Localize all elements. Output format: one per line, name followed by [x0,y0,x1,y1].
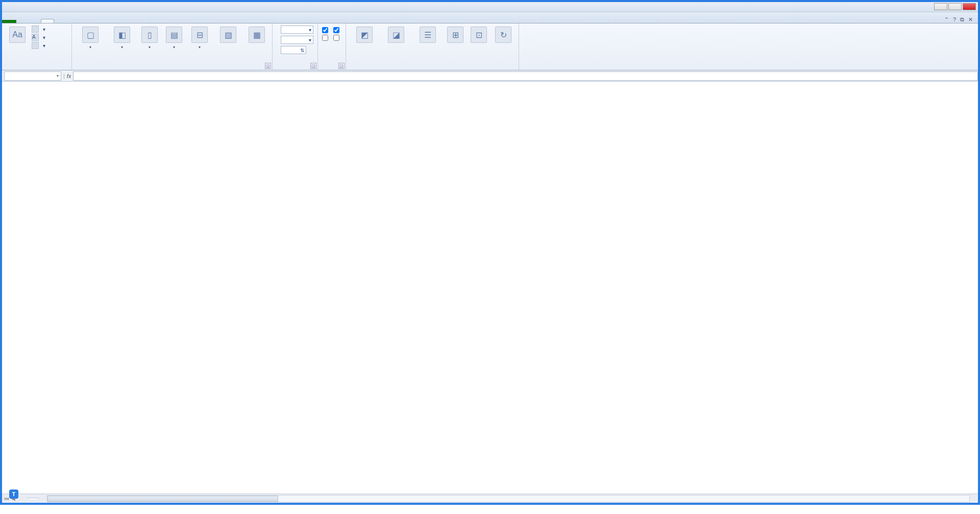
page-setup-dialog-launcher[interactable]: ◲ [265,63,271,69]
fonts-icon: A [32,34,39,41]
watermark: T [9,489,21,499]
formula-input[interactable] [73,71,978,81]
minimize-ribbon-icon[interactable]: ⌃ [944,16,949,23]
help-icon[interactable]: ? [953,16,956,23]
tab-page-layout[interactable] [41,19,54,23]
orientation-button[interactable]: ◧▾ [108,26,136,51]
sheet-tab[interactable] [28,498,39,499]
close-button[interactable] [963,3,976,10]
selection-pane-icon: ☰ [420,27,436,43]
effects-button[interactable]: ▾ [32,42,67,49]
themes-button[interactable]: Aa [6,26,29,45]
group-page-setup: ▢▾ ◧▾ ▯▾ ▤▾ ⊟▾ ▧ ▦ ◲ [72,23,273,70]
restore-window-icon[interactable]: ⧉ [960,16,964,23]
gridlines-print-checkbox[interactable] [322,35,330,41]
group-arrange-label [350,68,514,70]
spreadsheet-grid[interactable] [2,82,978,503]
rotate-button[interactable]: ↻ [492,26,514,45]
rotate-icon: ↻ [495,27,511,43]
print-area-button[interactable]: ▤▾ [163,26,185,51]
send-backward-button[interactable]: ◪ [382,26,410,45]
breaks-button[interactable]: ⊟▾ [188,26,211,51]
size-icon: ▯ [141,27,158,43]
group-icon: ⊡ [471,27,487,43]
group-scale-label [277,68,313,70]
close-workbook-icon[interactable]: ✕ [968,16,973,23]
sheet-options-dialog-launcher[interactable]: ◲ [338,63,345,69]
ribbon-tabs: ⌃ ? ⧉ ✕ [2,12,978,23]
fonts-button[interactable]: A ▾ [32,34,67,41]
print-area-icon: ▤ [166,27,182,43]
send-backward-icon: ◪ [388,27,404,43]
headings-view-checkbox[interactable] [333,27,341,33]
scale-spinner[interactable]: ⇅ [281,46,306,54]
print-titles-button[interactable]: ▦ [246,26,268,45]
breaks-icon: ⊟ [191,27,208,43]
horizontal-scrollbar[interactable] [47,495,970,502]
tab-insert[interactable] [29,20,41,23]
bring-forward-button[interactable]: ◩ [350,26,379,45]
headings-print-checkbox[interactable] [333,35,341,41]
width-combo[interactable]: ▾ [281,26,313,34]
tab-formulas[interactable] [54,20,66,23]
minimize-button[interactable] [934,3,947,10]
align-icon: ⊞ [447,27,463,43]
colors-button[interactable]: ▾ [32,26,67,33]
group-themes-label [6,68,67,70]
themes-icon: Aa [9,27,26,43]
formula-bar: ▾ | fx [2,70,978,82]
name-box[interactable]: ▾ [4,71,61,81]
orientation-icon: ◧ [114,27,130,43]
print-titles-icon: ▦ [249,27,265,43]
ribbon: Aa ▾ A ▾ ▾ ▢▾ ◧▾ ▯▾ ▤▾ ⊟▾ ▧ ▦ ◲ ▾ ▾ [2,23,978,70]
background-button[interactable]: ▧ [214,26,242,45]
maximize-button[interactable] [948,3,962,10]
effects-icon [32,42,39,49]
background-icon: ▧ [220,27,236,43]
horizontal-scroll-thumb[interactable] [47,496,278,502]
title-bar [2,2,978,12]
arrow-annotation [2,503,104,505]
tab-home[interactable] [16,20,29,23]
group-button[interactable]: ⊡ [469,26,489,45]
tab-review[interactable] [79,20,91,23]
bring-forward-icon: ◩ [356,27,373,43]
margins-button[interactable]: ▢▾ [76,26,105,51]
margins-icon: ▢ [82,27,99,43]
sheet-tab-bar: ⏮ ◀ [2,494,978,503]
file-tab[interactable] [2,20,16,23]
fx-icon[interactable]: fx [67,73,71,79]
selection-annotation [2,503,5,505]
watermark-icon: T [9,489,18,499]
group-arrange: ◩ ◪ ☰ ⊞ ⊡ ↻ [346,23,519,70]
colors-icon [32,26,39,33]
selection-pane-button[interactable]: ☰ [413,26,442,45]
height-combo[interactable]: ▾ [281,36,313,44]
tab-data[interactable] [66,20,79,23]
tab-developer[interactable] [103,20,115,23]
gridlines-view-checkbox[interactable] [322,27,330,33]
group-sheet-options: ◲ [318,23,346,70]
group-themes: Aa ▾ A ▾ ▾ [2,23,72,70]
scale-dialog-launcher[interactable]: ◲ [310,63,316,69]
align-button[interactable]: ⊞ [445,26,465,45]
size-button[interactable]: ▯▾ [139,26,160,51]
tab-view[interactable] [91,20,103,23]
group-page-setup-label [76,68,268,70]
group-scale-to-fit: ▾ ▾ ⇅ ◲ [273,23,318,70]
